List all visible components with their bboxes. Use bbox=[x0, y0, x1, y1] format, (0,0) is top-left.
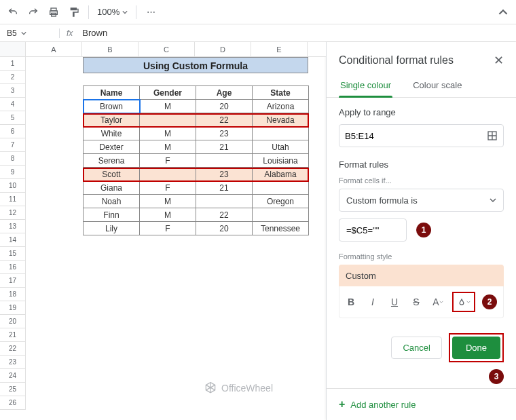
table-row[interactable]: NoahMOregon bbox=[84, 195, 309, 208]
table-row[interactable]: GianaF21 bbox=[84, 181, 309, 195]
row-header[interactable]: 10 bbox=[0, 179, 26, 193]
row-header[interactable]: 12 bbox=[0, 206, 26, 220]
row-header[interactable]: 21 bbox=[0, 328, 26, 342]
row-header[interactable]: 7 bbox=[0, 138, 26, 152]
row-header[interactable]: 16 bbox=[0, 261, 26, 274]
table-cell[interactable]: 21 bbox=[196, 140, 253, 154]
grid-select-icon[interactable] bbox=[487, 130, 498, 141]
row-header[interactable]: 11 bbox=[0, 193, 26, 206]
table-row[interactable]: BrownM20Arizona bbox=[84, 100, 309, 113]
add-rule-button[interactable]: + Add another rule bbox=[327, 388, 516, 420]
table-cell[interactable]: Taylor bbox=[84, 113, 140, 127]
table-row[interactable]: LilyF20Tennessee bbox=[84, 222, 309, 235]
paint-format-icon[interactable] bbox=[68, 6, 80, 18]
row-header[interactable]: 26 bbox=[0, 396, 26, 410]
row-header[interactable]: 1 bbox=[0, 57, 26, 71]
row-header[interactable]: 22 bbox=[0, 342, 26, 356]
tab-colour-scale[interactable]: Colour scale bbox=[411, 75, 463, 97]
strikethrough-icon[interactable]: S bbox=[409, 294, 424, 309]
cancel-button[interactable]: Cancel bbox=[391, 337, 441, 359]
table-cell[interactable]: 21 bbox=[196, 181, 253, 195]
table-cell[interactable]: F bbox=[140, 222, 196, 235]
table-row[interactable]: Taylor22Nevada bbox=[84, 113, 309, 127]
redo-icon[interactable] bbox=[27, 6, 39, 18]
col-header[interactable]: E bbox=[251, 42, 308, 56]
table-cell[interactable]: Noah bbox=[84, 195, 140, 208]
row-header[interactable]: 14 bbox=[0, 233, 26, 247]
bold-icon[interactable]: B bbox=[344, 294, 358, 309]
table-cell[interactable] bbox=[196, 195, 253, 208]
table-cell[interactable]: 22 bbox=[196, 113, 253, 127]
table-cell[interactable]: 20 bbox=[196, 222, 253, 235]
table-cell[interactable]: Alabama bbox=[253, 168, 309, 181]
table-row[interactable]: DexterM21Utah bbox=[84, 140, 309, 154]
row-header[interactable]: 4 bbox=[0, 98, 26, 111]
print-icon[interactable] bbox=[48, 6, 60, 18]
table-cell[interactable] bbox=[140, 168, 196, 181]
row-header[interactable]: 25 bbox=[0, 383, 26, 396]
table-cell[interactable]: Nevada bbox=[253, 113, 309, 127]
table-cell[interactable]: 22 bbox=[196, 208, 253, 222]
table-cell[interactable]: F bbox=[140, 154, 196, 168]
row-header[interactable]: 8 bbox=[0, 152, 26, 166]
row-header[interactable]: 23 bbox=[0, 356, 26, 369]
done-button[interactable]: Done bbox=[452, 337, 500, 359]
row-header[interactable]: 6 bbox=[0, 125, 26, 138]
table-cell[interactable] bbox=[253, 208, 309, 222]
table-cell[interactable]: Lily bbox=[84, 222, 140, 235]
style-preview[interactable]: Custom bbox=[339, 265, 504, 286]
row-header[interactable]: 3 bbox=[0, 84, 26, 98]
row-header[interactable]: 20 bbox=[0, 315, 26, 328]
close-icon[interactable]: ✕ bbox=[494, 53, 504, 68]
col-header[interactable]: A bbox=[26, 42, 82, 56]
table-cell[interactable] bbox=[253, 127, 309, 140]
row-header[interactable]: 17 bbox=[0, 274, 26, 288]
table-cell[interactable]: 20 bbox=[196, 100, 253, 113]
table-cell[interactable]: Dexter bbox=[84, 140, 140, 154]
table-cell[interactable] bbox=[253, 181, 309, 195]
row-header[interactable]: 15 bbox=[0, 247, 26, 261]
formula-input[interactable]: Brown bbox=[79, 28, 107, 38]
table-cell[interactable] bbox=[140, 113, 196, 127]
row-header[interactable]: 13 bbox=[0, 220, 26, 233]
row-header[interactable]: 24 bbox=[0, 369, 26, 383]
condition-dropdown[interactable]: Custom formula is bbox=[339, 189, 504, 212]
table-cell[interactable]: M bbox=[140, 208, 196, 222]
zoom-dropdown[interactable]: 100% bbox=[97, 7, 128, 17]
table-row[interactable]: FinnM22 bbox=[84, 208, 309, 222]
table-cell[interactable]: M bbox=[140, 100, 196, 113]
formula-input[interactable] bbox=[339, 218, 407, 242]
table-cell[interactable]: Brown bbox=[84, 100, 140, 113]
table-row[interactable]: Scott23Alabama bbox=[84, 168, 309, 181]
name-box[interactable]: B5 bbox=[0, 28, 60, 38]
text-color-icon[interactable]: A bbox=[430, 294, 445, 309]
italic-icon[interactable]: I bbox=[365, 294, 380, 309]
table-cell[interactable]: M bbox=[140, 140, 196, 154]
table-row[interactable]: WhiteM23 bbox=[84, 127, 309, 140]
undo-icon[interactable] bbox=[7, 6, 19, 18]
table-cell[interactable]: Utah bbox=[253, 140, 309, 154]
table-cell[interactable]: 23 bbox=[196, 168, 253, 181]
row-header[interactable]: 19 bbox=[0, 301, 26, 315]
row-header[interactable]: 2 bbox=[0, 71, 26, 84]
table-cell[interactable]: M bbox=[140, 127, 196, 140]
col-header[interactable]: B bbox=[82, 42, 139, 56]
table-cell[interactable]: Giana bbox=[84, 181, 140, 195]
collapse-icon[interactable] bbox=[497, 6, 509, 18]
row-header[interactable]: 9 bbox=[0, 166, 26, 179]
table-cell[interactable]: Serena bbox=[84, 154, 140, 168]
row-header[interactable]: 18 bbox=[0, 288, 26, 301]
tab-single-colour[interactable]: Single colour bbox=[339, 75, 392, 97]
col-header[interactable]: D bbox=[195, 42, 251, 56]
table-row[interactable]: SerenaFLouisiana bbox=[84, 154, 309, 168]
range-input[interactable] bbox=[345, 131, 487, 141]
table-cell[interactable]: Finn bbox=[84, 208, 140, 222]
table-cell[interactable]: Oregon bbox=[253, 195, 309, 208]
table-cell[interactable]: Scott bbox=[84, 168, 140, 181]
col-header[interactable]: C bbox=[139, 42, 195, 56]
table-cell[interactable]: Tennessee bbox=[253, 222, 309, 235]
row-header[interactable]: 5 bbox=[0, 111, 26, 125]
fill-color-icon[interactable] bbox=[456, 294, 471, 309]
table-cell[interactable]: F bbox=[140, 181, 196, 195]
table-cell[interactable]: 23 bbox=[196, 127, 253, 140]
